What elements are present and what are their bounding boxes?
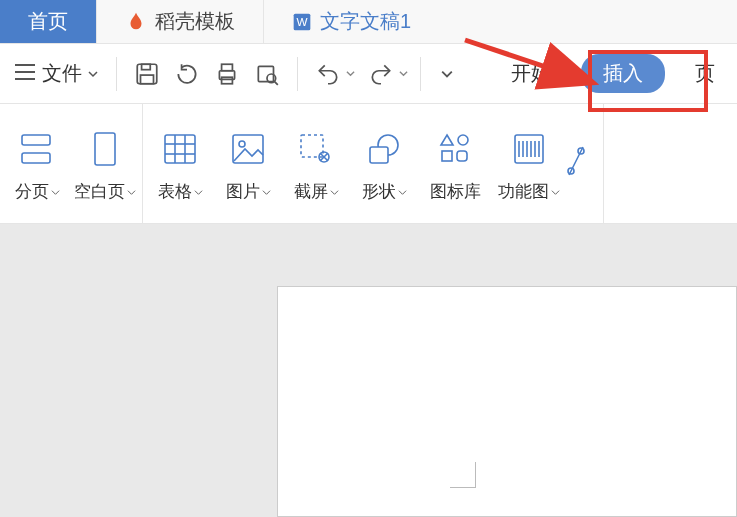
print-preview-button[interactable] [249,56,285,92]
svg-rect-33 [457,151,467,161]
tab-home-label: 首页 [28,8,68,35]
svg-rect-9 [222,64,233,71]
screenshot-icon [296,124,336,174]
ribbon-insert: 分页 空白页 表格 图片 截屏 [0,104,737,224]
table-label: 表格 [158,180,192,203]
export-button[interactable] [169,56,205,92]
separator [420,57,421,91]
chevron-down-icon [262,182,271,202]
partial-button[interactable] [569,108,597,219]
redo-dropdown[interactable] [399,69,408,78]
page-break-label: 分页 [15,180,49,203]
document-page[interactable] [277,286,737,517]
smart-art-label: 功能图 [498,180,549,203]
shapes-label: 形状 [362,180,396,203]
svg-point-23 [239,141,245,147]
svg-point-31 [458,135,468,145]
svg-rect-22 [233,135,263,163]
svg-rect-29 [370,147,388,163]
svg-rect-15 [22,153,50,163]
chevron-down-icon [194,182,203,202]
svg-rect-32 [442,151,452,161]
svg-rect-6 [142,64,151,69]
save-button[interactable] [129,56,165,92]
ribbon-tab-start[interactable]: 开始 [505,56,557,91]
screenshot-label: 截屏 [294,180,328,203]
shapes-icon [364,124,404,174]
picture-label: 图片 [226,180,260,203]
svg-text:W: W [296,15,307,28]
svg-rect-7 [141,75,154,84]
picture-icon [228,124,268,174]
hamburger-icon [14,63,36,85]
document-canvas[interactable] [0,224,737,517]
icon-library-label: 图标库 [430,180,481,203]
ribbon-group-pages: 分页 空白页 [0,104,143,223]
undo-button[interactable] [310,56,346,92]
ribbon-tab-menu: 开始 插入 页 [505,54,729,93]
print-button[interactable] [209,56,245,92]
table-icon [160,124,200,174]
flame-icon [125,11,147,33]
blank-page-icon [85,124,125,174]
menu-button[interactable]: 文件 [8,56,104,91]
blank-page-label: 空白页 [74,180,125,203]
svg-rect-16 [95,133,115,165]
partial-icon [563,136,603,186]
screenshot-button[interactable]: 截屏 [285,108,347,219]
blank-page-button[interactable]: 空白页 [74,108,136,219]
ribbon-tab-insert[interactable]: 插入 [581,54,665,93]
tab-document-label: 文字文稿1 [320,8,411,35]
word-doc-icon: W [292,12,312,32]
redo-button[interactable] [363,56,399,92]
svg-line-13 [275,81,278,84]
tab-home[interactable]: 首页 [0,0,97,43]
icon-library-button[interactable]: 图标库 [421,108,489,219]
undo-dropdown[interactable] [346,69,355,78]
chevron-down-icon [88,69,98,79]
quick-access-bar: 文件 开始 插入 页 [0,44,737,104]
chevron-down-icon [330,182,339,202]
svg-marker-30 [441,135,453,145]
chevron-down-icon [51,182,60,202]
quick-access-customize[interactable] [433,60,461,88]
chevron-down-icon [398,182,407,202]
chevron-down-icon [127,182,136,202]
picture-button[interactable]: 图片 [217,108,279,219]
separator [297,57,298,91]
tab-document[interactable]: W 文字文稿1 [264,0,439,43]
shapes-button[interactable]: 形状 [353,108,415,219]
smart-art-button[interactable]: 功能图 [495,108,563,219]
page-break-button[interactable]: 分页 [6,108,68,219]
page-margin-marker [450,462,476,488]
smart-art-icon [509,124,549,174]
tab-template-label: 稻壳模板 [155,8,235,35]
chevron-down-icon [551,182,560,202]
file-menu-label: 文件 [42,60,82,87]
svg-rect-14 [22,135,50,145]
document-tab-bar: 首页 稻壳模板 W 文字文稿1 [0,0,737,44]
ribbon-tab-partial[interactable]: 页 [689,56,715,91]
ribbon-group-illustrations: 表格 图片 截屏 形状 图标库 [143,104,604,223]
table-button[interactable]: 表格 [149,108,211,219]
separator [116,57,117,91]
svg-rect-17 [165,135,195,163]
page-break-icon [17,124,57,174]
icon-library-icon [435,124,475,174]
svg-rect-10 [222,77,233,84]
tab-template[interactable]: 稻壳模板 [97,0,264,43]
